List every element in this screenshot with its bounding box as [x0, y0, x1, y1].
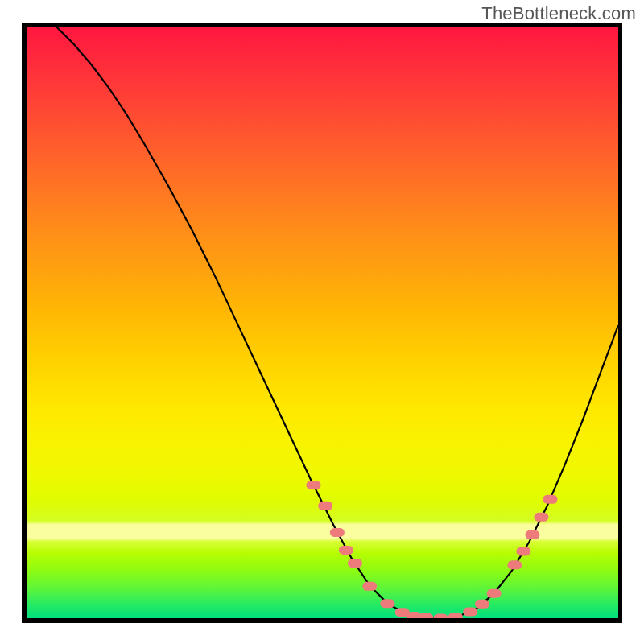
marker-point [339, 546, 353, 555]
marker-point [306, 481, 320, 489]
marker-point [380, 599, 394, 608]
marker-point [330, 528, 345, 537]
marker-point [487, 589, 502, 598]
marker-point [534, 513, 548, 522]
marker-point [543, 495, 557, 504]
markers [27, 27, 618, 618]
plot-frame [22, 23, 622, 623]
marker-point [516, 547, 530, 555]
marker-point [318, 502, 332, 510]
marker-point [448, 613, 463, 618]
plot-area [27, 27, 618, 618]
marker-point [362, 582, 377, 591]
marker-point [475, 600, 489, 609]
marker-point [434, 614, 448, 619]
marker-point [419, 613, 433, 618]
marker-point [525, 530, 539, 539]
watermark-text: TheBottleneck.com [481, 3, 636, 24]
marker-point [348, 559, 362, 568]
marker-point [463, 607, 477, 616]
marker-point [507, 560, 522, 569]
